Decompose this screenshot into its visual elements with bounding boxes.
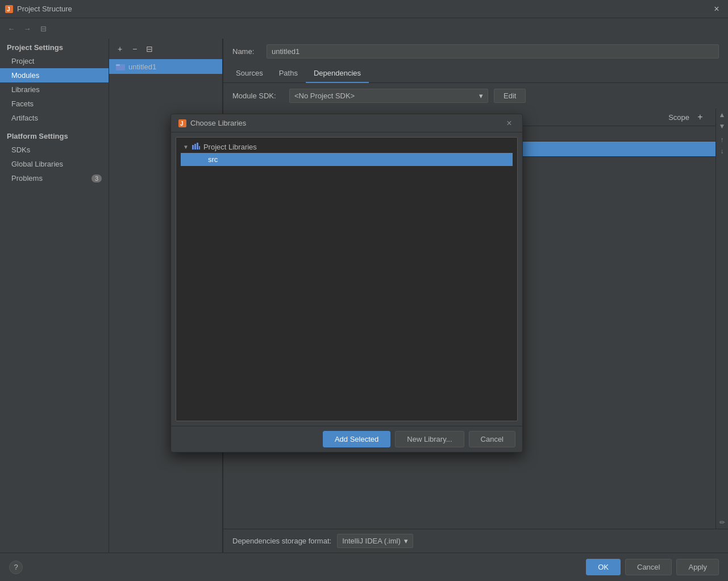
deps-scope-col: Scope (644, 113, 689, 122)
sdk-label: Module SDK: (232, 92, 284, 100)
project-settings-header: Project Settings (0, 39, 109, 54)
sidebar-item-modules[interactable]: Modules (0, 68, 109, 82)
sdk-row: Module SDK: <No Project SDK> ▾ Edit (223, 83, 728, 109)
sidebar-item-libraries[interactable]: Libraries (0, 82, 109, 97)
deps-add-button[interactable]: + (694, 111, 706, 123)
problems-badge: 3 (91, 175, 102, 182)
sdk-select[interactable]: <No Project SDK> ▾ (289, 89, 488, 103)
dialog-buttons: Add Selected New Library... Cancel (171, 426, 522, 452)
dialog-app-icon: J (178, 119, 187, 128)
dialog-cancel-button[interactable]: Cancel (469, 431, 515, 447)
chevron-down-icon: ▼ (183, 144, 189, 150)
deps-scrollbar: ▲ ▼ ↑ ↓ ✏ (715, 109, 728, 529)
apply-button[interactable]: Apply (676, 559, 719, 575)
sidebar-item-artifacts[interactable]: Artifacts (0, 111, 109, 125)
name-row: Name: (223, 39, 728, 64)
sidebar-item-project[interactable]: Project (0, 54, 109, 68)
library-tree: ▼ Project Libraries (176, 137, 518, 421)
sdk-value: <No Project SDK> (294, 92, 355, 100)
edit-dep-button[interactable]: ✏ (717, 517, 727, 528)
back-button[interactable]: ← (5, 22, 18, 35)
tab-sources[interactable]: Sources (228, 64, 271, 83)
tab-paths[interactable]: Paths (271, 64, 306, 83)
sidebar-item-problems[interactable]: Problems 3 (0, 171, 109, 185)
dialog-close-button[interactable]: × (503, 117, 515, 130)
module-toolbar: + − ⊟ (109, 39, 222, 59)
svg-rect-20 (203, 159, 205, 162)
name-input[interactable] (267, 44, 719, 59)
name-label: Name: (232, 47, 261, 56)
svg-rect-17 (197, 157, 198, 162)
help-button[interactable]: ? (9, 561, 23, 574)
platform-settings-header: Platform Settings (0, 125, 109, 143)
title-bar: J Project Structure × (0, 0, 728, 18)
sidebar-item-sdks[interactable]: SDKs (0, 143, 109, 157)
window-bottom: ? OK Cancel Apply (0, 553, 728, 581)
storage-select[interactable]: IntelliJ IDEA (.iml) ▾ (337, 534, 413, 548)
module-name: untitled1 (128, 63, 156, 71)
forward-button[interactable]: → (20, 22, 34, 35)
svg-rect-15 (197, 143, 198, 150)
add-module-button[interactable]: + (114, 43, 126, 55)
tab-dependencies[interactable]: Dependencies (306, 64, 369, 83)
dialog-content: ▼ Project Libraries (171, 132, 522, 426)
project-libraries-label: Project Libraries (203, 143, 257, 151)
scroll-up-button[interactable]: ▲ (717, 110, 727, 120)
sdk-dropdown-icon: ▾ (479, 92, 483, 100)
edit-sdk-button[interactable]: Edit (494, 89, 526, 103)
svg-rect-13 (192, 145, 194, 150)
svg-text:J: J (180, 121, 184, 127)
module-list-item[interactable]: untitled1 (109, 59, 222, 74)
problems-label: Problems (11, 174, 43, 182)
new-library-button[interactable]: New Library... (395, 431, 464, 447)
scroll-down-button[interactable]: ▼ (717, 121, 727, 131)
storage-value: IntelliJ IDEA (.iml) (342, 537, 401, 545)
close-button[interactable]: × (710, 2, 723, 16)
svg-text:J: J (7, 6, 10, 13)
storage-bar: Dependencies storage format: IntelliJ ID… (223, 529, 728, 553)
remove-module-button[interactable]: − (128, 43, 141, 55)
dialog-title-bar: J Choose Libraries × (171, 114, 522, 132)
add-selected-button[interactable]: Add Selected (323, 431, 390, 447)
library-src-item[interactable]: src (181, 153, 513, 166)
storage-label: Dependencies storage format: (232, 537, 331, 545)
project-libraries-section: ▼ Project Libraries (176, 138, 517, 169)
copy-button[interactable]: ⊟ (36, 22, 50, 35)
svg-rect-14 (194, 144, 196, 150)
app-icon: J (5, 5, 14, 14)
nav-bar: ← → ⊟ (0, 18, 728, 39)
svg-rect-16 (199, 146, 200, 150)
libraries-icon (192, 143, 200, 151)
scroll-down2-button[interactable]: ↓ (717, 146, 727, 156)
project-libraries-header[interactable]: ▼ Project Libraries (181, 141, 513, 153)
storage-dropdown-icon: ▾ (404, 537, 408, 545)
tabs-row: Sources Paths Dependencies (223, 64, 728, 83)
dialog-title-text: Choose Libraries (190, 119, 503, 127)
sidebar: Project Settings Project Modules Librari… (0, 39, 109, 553)
src-icon (197, 155, 205, 164)
src-label: src (208, 155, 218, 164)
svg-rect-3 (116, 64, 120, 66)
module-folder-icon (116, 62, 125, 71)
scroll-up2-button[interactable]: ↑ (717, 135, 727, 145)
copy-module-button[interactable]: ⊟ (143, 43, 156, 55)
svg-rect-19 (201, 155, 203, 162)
svg-rect-18 (199, 156, 201, 162)
sidebar-item-facets[interactable]: Facets (0, 97, 109, 111)
ok-button[interactable]: OK (586, 559, 621, 575)
sidebar-item-global-libraries[interactable]: Global Libraries (0, 157, 109, 171)
window-title: Project Structure (17, 5, 72, 13)
cancel-button[interactable]: Cancel (625, 559, 672, 575)
choose-libraries-dialog: J Choose Libraries × ▼ (170, 114, 523, 453)
